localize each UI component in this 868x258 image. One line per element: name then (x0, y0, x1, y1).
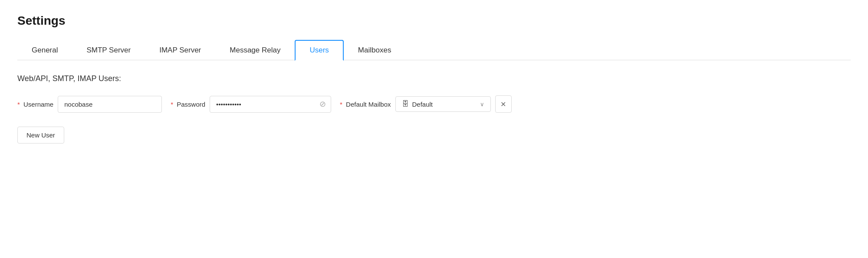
username-field-group: * Username (17, 96, 162, 113)
remove-user-button[interactable]: ✕ (495, 95, 512, 113)
mailbox-value: Default (412, 101, 477, 108)
username-required-star: * (17, 101, 20, 108)
tab-users[interactable]: Users (295, 40, 343, 61)
new-user-button[interactable]: New User (17, 127, 64, 144)
username-label: * Username (17, 101, 53, 108)
page-container: Settings General SMTP Server IMAP Server… (0, 0, 868, 157)
section-label: Web/API, SMTP, IMAP Users: (17, 74, 851, 83)
tab-general[interactable]: General (17, 40, 72, 60)
default-mailbox-select[interactable]: 🗄 Default ∨ (395, 96, 491, 112)
mailbox-required-star: * (340, 101, 342, 108)
tab-imap-server[interactable]: IMAP Server (145, 40, 215, 60)
page-title: Settings (17, 14, 851, 28)
password-wrapper: ⊘ (210, 96, 331, 113)
toggle-password-icon[interactable]: ⊘ (319, 99, 326, 109)
chevron-down-icon: ∨ (480, 101, 484, 108)
password-input[interactable] (210, 96, 331, 113)
password-field-group: * Password ⊘ (171, 96, 331, 113)
user-row: * Username * Password ⊘ * Default Mailbo… (17, 95, 851, 113)
password-required-star: * (171, 101, 173, 108)
username-input[interactable] (58, 96, 162, 113)
tab-mailboxes[interactable]: Mailboxes (344, 40, 406, 60)
password-label: * Password (171, 101, 205, 108)
mailbox-icon: 🗄 (402, 100, 409, 108)
tab-smtp-server[interactable]: SMTP Server (72, 40, 145, 60)
close-icon: ✕ (500, 100, 506, 108)
tabs-container: General SMTP Server IMAP Server Message … (17, 40, 851, 60)
default-mailbox-label: * Default Mailbox (340, 101, 391, 108)
tab-message-relay[interactable]: Message Relay (215, 40, 295, 60)
default-mailbox-field-group: * Default Mailbox 🗄 Default ∨ ✕ (340, 95, 511, 113)
